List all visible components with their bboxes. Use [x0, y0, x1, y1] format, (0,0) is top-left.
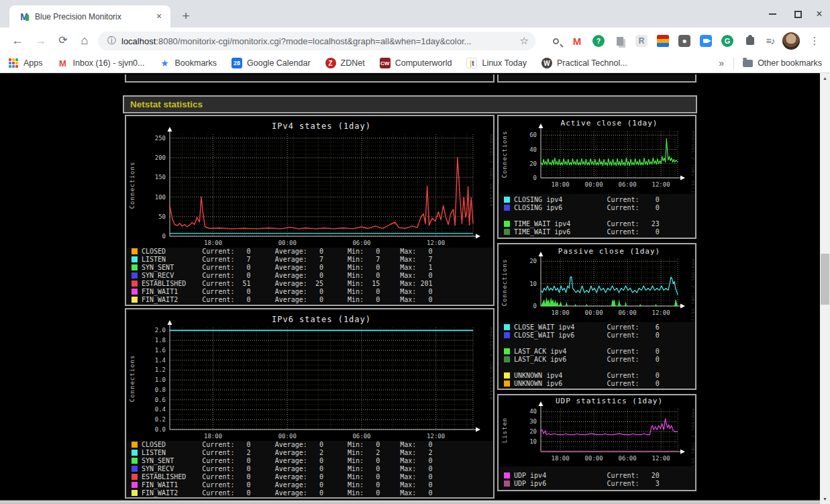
url-text[interactable]: localhost:8080/monitorix-cgi/monitorix.c… [121, 36, 516, 46]
svg-text:18:00: 18:00 [552, 181, 570, 188]
svg-text:00:00: 00:00 [278, 433, 297, 440]
bookmark-zdnet[interactable]: Z ZDNet [325, 58, 365, 68]
tab-blue-precision-monitorix[interactable]: M Blue Precision Monitorix × [9, 5, 170, 28]
legend-row: UNKNOWN ipv6 Current: 0 [504, 379, 660, 387]
url-host: localhost [121, 36, 156, 46]
svg-text:40: 40 [529, 146, 537, 153]
bookmark-computerworld[interactable]: CW Computerworld [380, 58, 452, 68]
udp-statistics-legend: UDP ipv4 Current: 20UDP ipv6 Current: 3 [504, 471, 660, 487]
bookmark-inbox[interactable]: M Inbox (16) - sjvn0... [58, 58, 145, 68]
scrollbar-down-arrow[interactable]: ▼ [820, 494, 830, 504]
udp-statistics-panel: 18:0000:0006:0012:0010203040UDP statisti… [497, 394, 696, 491]
bookmark-bookmarks[interactable]: ★ Bookmarks [160, 58, 217, 68]
legend-text: ESTABLISHED Current: 0 Average: 0 Min: 0… [142, 473, 432, 481]
back-button[interactable]: ← [7, 30, 28, 51]
tab-close-icon[interactable]: × [153, 11, 165, 23]
bookmark-practical-technology[interactable]: W Practical Technol... [541, 58, 627, 68]
window-minimize-button[interactable] [764, 7, 781, 21]
legend-swatch-icon [132, 458, 138, 464]
other-bookmarks-button[interactable]: Other bookmarks [742, 58, 822, 68]
svg-text:1.0: 1.0 [155, 376, 166, 383]
svg-text:20: 20 [529, 428, 537, 435]
legend-text: CLOSING ipv4 Current: 0 [514, 196, 660, 203]
calendar-icon: 28 [231, 58, 242, 68]
svg-text:06:00: 06:00 [619, 181, 637, 188]
legend-text: LISTEN Current: 2 Average: 2 Min: 2 Max:… [142, 449, 432, 456]
legend-gap [504, 211, 660, 219]
legend-text: FIN_WAIT1 Current: 0 Average: 0 Min: 0 M… [142, 481, 432, 489]
extensions-puzzle-icon[interactable] [742, 33, 758, 49]
legend-swatch-icon [504, 197, 510, 203]
keeper-extension-icon[interactable]: ● [676, 33, 692, 49]
window-close-button[interactable]: × [811, 7, 828, 21]
profile-avatar[interactable] [782, 32, 800, 50]
svg-text:RRDTOOL / TOBI OETIKER: RRDTOOL / TOBI OETIKER [488, 134, 492, 207]
browser-window: M Blue Precision Monitorix × + × ← → ⟳ ⌂… [0, 0, 830, 504]
legend-row: SYN_SENT Current: 0 Average: 0 Min: 0 Ma… [132, 263, 432, 271]
url-path: :8080/monitorix-cgi/monitorix.cgi?mode=l… [156, 36, 471, 46]
gmail-extension-icon[interactable]: M [569, 33, 585, 49]
bookmark-apps[interactable]: Apps [8, 58, 43, 68]
browser-menu-icon[interactable]: ⋮ [807, 33, 823, 49]
ipv6-states-legend: CLOSED Current: 0 Average: 0 Min: 0 Max:… [132, 440, 432, 497]
forward-button[interactable]: → [30, 30, 51, 51]
svg-text:06:00: 06:00 [619, 309, 637, 316]
ipv4-states-panel: 18:0000:0006:0012:00050100150200250IPv4 … [125, 115, 495, 306]
reload-button[interactable]: ⟳ [52, 30, 74, 51]
home-button[interactable]: ⌂ [74, 30, 95, 51]
svg-text:0: 0 [533, 303, 537, 309]
svg-text:0.2: 0.2 [155, 416, 166, 423]
svg-text:40: 40 [529, 408, 537, 415]
bookmark-star-icon[interactable]: ☆ [520, 35, 529, 47]
ipv6-states-panel: 18:0000:0006:0012:000.00.20.40.60.81.01.… [125, 308, 495, 499]
svg-text:20: 20 [529, 160, 537, 167]
legend-text: FIN_WAIT1 Current: 0 Average: 0 Min: 0 M… [142, 288, 432, 295]
legend-row: UNKNOWN ipv4 Current: 0 [504, 371, 660, 379]
window-maximize-button[interactable] [789, 7, 807, 21]
next-section-cutoff [0, 500, 820, 504]
svg-text:Active close (1day): Active close (1day) [561, 119, 658, 128]
books-extension-icon[interactable] [655, 33, 671, 49]
scrollbar-thumb[interactable] [821, 254, 829, 305]
copy-pages-extension-icon[interactable] [612, 33, 628, 49]
bookmarks-overflow-chevron[interactable]: » [719, 58, 724, 68]
svg-text:00:00: 00:00 [585, 455, 603, 462]
search-extension-icon[interactable] [548, 33, 564, 49]
star-icon: ★ [160, 58, 170, 68]
hangouts-extension-icon[interactable]: ? [590, 33, 607, 49]
new-tab-button[interactable]: + [177, 7, 195, 25]
legend-row: SYN_RECV Current: 0 Average: 0 Min: 0 Ma… [132, 464, 432, 472]
svg-text:RRDTOOL / TOBI OETIKER: RRDTOOL / TOBI OETIKER [488, 327, 492, 400]
svg-text:Listen: Listen [501, 417, 508, 444]
legend-swatch-icon [504, 324, 510, 330]
legend-text: CLOSED Current: 0 Average: 0 Min: 0 Max:… [142, 441, 432, 448]
grammarly-extension-icon[interactable]: G [719, 33, 735, 49]
ipv4-states-legend: CLOSED Current: 0 Average: 0 Min: 0 Max:… [132, 247, 432, 303]
bookmark-linux-today[interactable]: |t Linux Today [466, 58, 527, 68]
zdnet-icon: Z [325, 58, 336, 68]
svg-text:06:00: 06:00 [619, 455, 637, 462]
legend-row: LAST_ACK ipv4 Current: 0 [504, 347, 660, 355]
address-bar[interactable]: ⓘ localhost:8080/monitorix-cgi/monitorix… [98, 32, 535, 50]
section-title: Netstat statistics [124, 99, 203, 109]
scrollbar-up-arrow[interactable]: ▲ [820, 73, 830, 83]
legend-row: ESTABLISHED Current: 0 Average: 0 Min: 0… [132, 472, 432, 481]
svg-text:250: 250 [155, 135, 166, 142]
bookmark-google-calendar[interactable]: 28 Google Calendar [231, 58, 311, 68]
playlist-extension-icon[interactable]: ≡♪ [762, 33, 778, 49]
reader-extension-icon[interactable]: R [633, 33, 650, 49]
legend-text: SYN_RECV Current: 0 Average: 0 Min: 0 Ma… [142, 465, 432, 472]
bookmarks-bar: Apps M Inbox (16) - sjvn0... ★ Bookmarks… [0, 54, 830, 73]
page-info-icon[interactable]: ⓘ [107, 35, 116, 47]
legend-row: ESTABLISHED Current: 51 Average: 25 Min:… [132, 279, 432, 287]
svg-text:1.4: 1.4 [155, 357, 166, 364]
legend-row: TIME_WAIT ipv6 Current: 0 [504, 228, 660, 236]
legend-text: SYN_RECV Current: 0 Average: 0 Min: 0 Ma… [142, 272, 432, 279]
legend-text: FIN_WAIT2 Current: 0 Average: 0 Min: 0 M… [142, 489, 432, 497]
scrollbar[interactable]: ▲ ▼ [820, 73, 830, 504]
svg-text:12:00: 12:00 [652, 455, 670, 462]
legend-swatch-icon [132, 248, 138, 254]
zoom-extension-icon[interactable] [698, 33, 714, 49]
legend-swatch-icon [132, 297, 138, 303]
legend-row: SYN_RECV Current: 0 Average: 0 Min: 0 Ma… [132, 271, 432, 279]
